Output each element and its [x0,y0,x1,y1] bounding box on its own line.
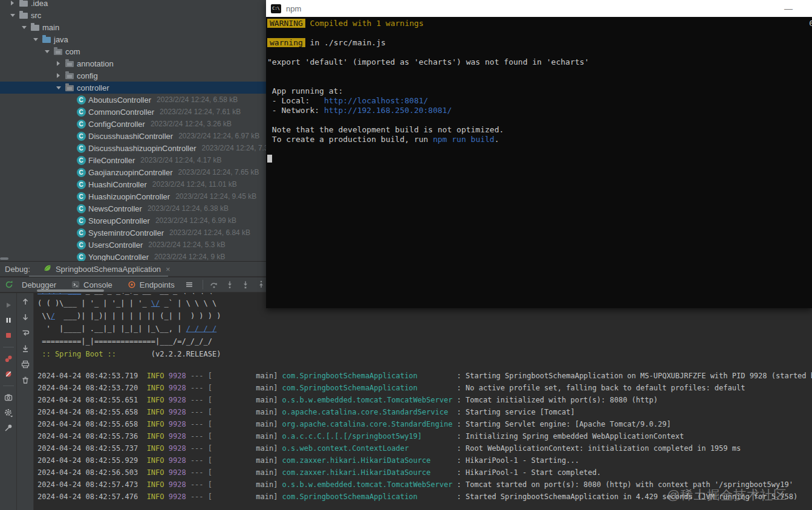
terminal-text: Compiled with 1 warnings [305,19,424,28]
terminal-link[interactable]: http://192.168.250.20:8081/ [324,106,452,115]
stop-icon[interactable] [4,331,13,340]
tree-item-label: config [77,71,98,80]
log-line: 2024-04-24 08:42:55.929 INFO 9928 --- [ … [37,454,812,466]
terminal-text: App running at: [267,86,343,95]
tree-item-config[interactable]: config [0,69,266,82]
class-icon: C [75,95,87,105]
tree-item-src[interactable]: src [0,9,266,21]
chevron-expanded-icon[interactable] [53,86,63,89]
class-icon: C [75,144,87,153]
settings-icon[interactable] [4,408,13,418]
endpoints-icon [127,280,137,289]
scroll-to-end-icon[interactable] [21,344,30,353]
tree-item-com[interactable]: com [0,45,266,57]
tree-item-java[interactable]: java [0,33,266,45]
terminal-line: - Network: http://192.168.250.20:8081/ [267,106,812,115]
minimize-icon[interactable]: — [784,4,793,13]
tree-scrollbar-thumb[interactable] [0,257,8,260]
folder-icon [29,24,41,31]
tree-item-StoreupController[interactable]: CStoreupController2023/2/24 12:24, 6.99 … [0,215,266,227]
folder-icon [18,11,30,19]
banner-line: :: Spring Boot :: (v2.2.2.RELEASE) [37,348,221,361]
print-icon[interactable] [21,360,30,369]
terminal-link[interactable]: npm run build [433,135,495,144]
tree-item-label: DiscusshuashizuopinController [88,144,196,153]
log-line: 2024-04-24 08:42:56.503 INFO 9928 --- [ … [37,466,812,479]
hamburger-icon[interactable] [184,280,194,289]
tab-endpoints[interactable]: Endpoints [127,280,175,289]
watermark: @稀土掘金技术社区 [667,486,787,503]
log-line: 2024-04-24 08:42:53.720 INFO 9928 --- [ … [37,382,812,394]
terminal-line [267,48,812,57]
class-icon: C [75,132,87,141]
banner-line: /\\ / ___'_ __ _ _(_)_ __ __ _ \ \ \ \ [37,293,221,297]
console-scrollbar-thumb[interactable] [37,289,104,292]
arrow-down-icon[interactable] [21,312,30,322]
tree-item-HuashiController[interactable]: CHuashiController2023/2/24 12:24, 11.01 … [0,178,266,190]
warning-badge: WARNING [267,19,305,28]
pin-icon[interactable] [4,423,13,433]
tree-item-label: ConfigController [88,120,145,129]
tree-item-AboutusController[interactable]: CAboutusController2023/2/24 12:24, 6.58 … [0,94,266,106]
tree-item-GaojianzuopinController[interactable]: CGaojianzuopinController2023/2/24 12:24,… [0,166,266,178]
tree-item-NewsController[interactable]: CNewsController2023/2/24 12:24, 6.38 kB [0,202,266,215]
chevron-expanded-icon[interactable] [19,26,29,29]
soft-wrap-icon[interactable] [21,328,30,338]
log-line: 2024-04-24 08:42:55.737 INFO 9928 --- [ … [37,442,812,454]
tree-item-.idea[interactable]: .idea [0,0,266,9]
class-icon: C [75,216,87,225]
console-output: /\\ / ___'_ __ _ _(_)_ __ __ _ \ \ \ \( … [34,293,812,510]
terminal-line: Note that the development build is not o… [267,125,812,135]
tree-item-UsersController[interactable]: CUsersController2023/2/24 12:24, 5.3 kB [0,239,266,251]
tree-item-HuashizuopinController[interactable]: CHuashizuopinController2023/2/24 12:24, … [0,190,266,202]
force-step-into-icon[interactable] [241,280,250,289]
tree-item-meta: 2023/2/24 12:24, 3.26 kB [151,120,232,128]
banner-line: ( ( )\___ | '_ | '_| | '_ \/ _` | \ \ \ … [37,297,221,310]
terminal-cursor [267,155,272,163]
arrow-up-icon[interactable] [21,297,30,306]
cmd-icon: C:\ [271,4,281,13]
tree-item-meta: 2023/2/24 12:24, 6.38 kB [148,204,229,213]
tree-item-CommonController[interactable]: CCommonController2023/2/24 12:24, 7.61 k… [0,106,266,118]
terminal-titlebar[interactable]: C:\ npm — [266,0,812,17]
tab-debugger[interactable]: Debugger [22,280,56,289]
tree-item-DiscusshuashizuopinController[interactable]: CDiscusshuashizuopinController2023/2/24 … [0,142,266,154]
terminal-line [267,28,812,38]
tree-item-SystemintroController[interactable]: CSystemintroController2023/2/24 12:24, 6… [0,227,266,239]
rerun-icon[interactable] [4,280,14,289]
resume-icon[interactable] [4,300,13,310]
clear-all-icon[interactable] [21,375,30,385]
ide-root: .ideasrcmainjavacomannotationconfigcontr… [0,0,812,510]
chevron-collapsed-icon[interactable] [53,61,63,66]
tree-item-DiscusshuashiController[interactable]: CDiscusshuashiController2023/2/24 12:24,… [0,130,266,142]
step-out-icon[interactable] [256,280,266,289]
tree-item-main[interactable]: main [0,21,266,33]
step-over-icon[interactable] [209,280,219,289]
tree-item-label: main [42,23,59,32]
thread-dump-icon[interactable] [4,393,13,402]
chevron-collapsed-icon[interactable] [7,1,18,5]
chevron-expanded-icon[interactable] [7,14,18,17]
pause-icon[interactable] [4,315,13,325]
step-into-icon[interactable] [225,280,235,289]
chevron-expanded-icon[interactable] [42,50,52,53]
terminal-link[interactable]: http://localhost:8081/ [324,96,428,105]
terminal-title: npm [286,4,301,13]
tree-item-ConfigController[interactable]: CConfigController2023/2/24 12:24, 3.26 k… [0,118,266,130]
class-icon: C [75,108,87,117]
tab-console[interactable]: Console [71,280,112,289]
mute-breakpoints-icon[interactable] [4,354,13,364]
tree-item-annotation[interactable]: annotation [0,57,266,69]
tree-item-controller[interactable]: controller [0,82,266,94]
tree-item-label: HuashiController [88,180,147,189]
banner-line: \\/ ___)| |_)| | | | | || (_| | ) ) ) ) [37,310,221,323]
chevron-expanded-icon[interactable] [30,38,41,41]
debug-session-tab[interactable]: SpringbootSchemaApplication × [39,262,174,276]
close-icon[interactable]: × [166,265,171,274]
debug-window-label: Debug: [5,265,30,274]
project-tree-panel: .ideasrcmainjavacomannotationconfigcontr… [0,0,266,262]
tree-item-FileController[interactable]: CFileController2023/2/24 12:24, 4.17 kB [0,154,266,166]
breakpoints-off-icon[interactable] [4,369,13,379]
chevron-collapsed-icon[interactable] [53,73,63,78]
tree-item-YonghuController[interactable]: CYonghuController2023/2/24 12:24, 9 kB [0,251,266,262]
